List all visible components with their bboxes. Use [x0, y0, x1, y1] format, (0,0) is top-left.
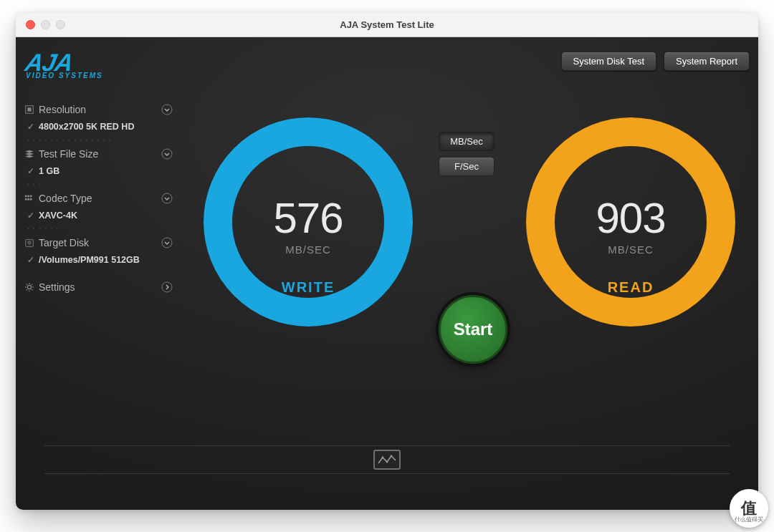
write-value: 576: [202, 193, 414, 243]
check-icon: ✓: [27, 211, 34, 221]
sidebar-item-disk[interactable]: Target Disk: [20, 233, 178, 252]
gear-icon: [24, 281, 39, 293]
svg-rect-7: [25, 198, 27, 200]
chevron-down-icon: [161, 147, 173, 160]
disk-label: Target Disk: [39, 237, 161, 248]
sidebar-item-resolution[interactable]: Resolution: [20, 100, 178, 119]
svg-line-20: [27, 284, 27, 285]
svg-line-23: [32, 284, 32, 285]
resolution-value: ✓4800x2700 5K RED HD: [20, 119, 178, 135]
check-icon: ✓: [27, 166, 34, 176]
write-label: WRITE: [202, 279, 414, 296]
codec-label: Codec Type: [39, 193, 161, 204]
svg-point-31: [391, 455, 393, 458]
content-area: AJA VIDEO SYSTEMS System Disk Test Syste…: [16, 37, 758, 510]
line-chart-icon: [377, 453, 397, 466]
settings-label: Settings: [39, 281, 161, 293]
sidebar: Resolution ✓4800x2700 5K RED HD · · · · …: [20, 100, 178, 296]
read-label: READ: [525, 279, 737, 296]
chevron-down-icon: [161, 103, 173, 116]
sidebar-item-settings[interactable]: Settings: [20, 278, 178, 296]
sidebar-item-codec[interactable]: Codec Type: [20, 189, 178, 208]
codec-icon: [24, 193, 39, 204]
unit-mbsec-button[interactable]: MB/Sec: [439, 132, 494, 151]
svg-rect-8: [27, 198, 29, 200]
watermark-sub: 什么值得买: [730, 516, 768, 523]
system-report-button[interactable]: System Report: [664, 52, 750, 71]
app-window: AJA System Test Lite AJA VIDEO SYSTEMS S…: [16, 13, 758, 510]
svg-line-21: [32, 289, 32, 290]
graph-toggle-button[interactable]: [373, 450, 401, 470]
dim-row: [20, 268, 178, 278]
dim-row: · · · · · ·: [20, 223, 178, 233]
svg-point-10: [162, 193, 172, 203]
dim-row: · · ·: [20, 179, 178, 189]
system-disk-test-button[interactable]: System Disk Test: [561, 52, 656, 71]
svg-rect-1: [27, 107, 31, 111]
chevron-down-icon: [161, 236, 173, 249]
svg-point-2: [162, 105, 172, 115]
svg-rect-5: [27, 195, 29, 198]
svg-point-15: [27, 285, 31, 289]
watermark-badge: 值 什么值得买: [730, 489, 768, 528]
start-label: Start: [454, 319, 493, 339]
svg-point-14: [162, 238, 172, 248]
resolution-label: Resolution: [39, 104, 161, 115]
resolution-icon: [24, 104, 39, 115]
start-button[interactable]: Start: [439, 295, 507, 364]
svg-rect-4: [25, 195, 27, 198]
read-gauge: 903 MB/SEC READ: [525, 116, 737, 328]
write-gauge: 576 MB/SEC WRITE: [202, 116, 414, 328]
dim-row: · · · · · · · · · · · · · · ·: [20, 135, 178, 145]
disk-value: ✓/Volumes/PM991 512GB: [20, 252, 178, 268]
svg-rect-6: [30, 195, 32, 198]
logo-brand: AJA: [23, 49, 75, 77]
svg-rect-9: [30, 198, 32, 200]
check-icon: ✓: [27, 122, 34, 132]
svg-point-30: [386, 461, 388, 463]
check-icon: ✓: [27, 255, 34, 265]
read-value: 903: [525, 193, 737, 243]
chevron-right-icon: [161, 281, 173, 294]
titlebar: AJA System Test Lite: [16, 13, 758, 37]
write-unit: MB/SEC: [202, 243, 414, 256]
codec-value: ✓XAVC-4K: [20, 208, 178, 223]
svg-point-24: [162, 282, 172, 292]
filesize-value: ✓1 GB: [20, 163, 178, 179]
filesize-icon: [24, 148, 39, 160]
unit-buttons: MB/Sec F/Sec: [439, 132, 494, 176]
window-title: AJA System Test Lite: [16, 19, 758, 30]
sidebar-item-filesize[interactable]: Test File Size: [20, 145, 178, 163]
svg-point-29: [382, 457, 384, 459]
bottom-bar: [44, 445, 730, 474]
top-buttons: System Disk Test System Report: [561, 52, 750, 71]
svg-point-13: [29, 242, 29, 243]
unit-fsec-button[interactable]: F/Sec: [439, 157, 494, 176]
svg-line-22: [27, 289, 27, 290]
chevron-down-icon: [161, 192, 173, 205]
gauges-area: MB/Sec F/Sec 576 MB/SEC WRITE 903 MB/SEC: [202, 116, 737, 381]
disk-icon: [24, 237, 39, 248]
svg-point-3: [162, 149, 172, 159]
filesize-label: Test File Size: [39, 148, 161, 160]
read-unit: MB/SEC: [525, 243, 737, 256]
brand-logo: AJA VIDEO SYSTEMS: [26, 49, 103, 79]
